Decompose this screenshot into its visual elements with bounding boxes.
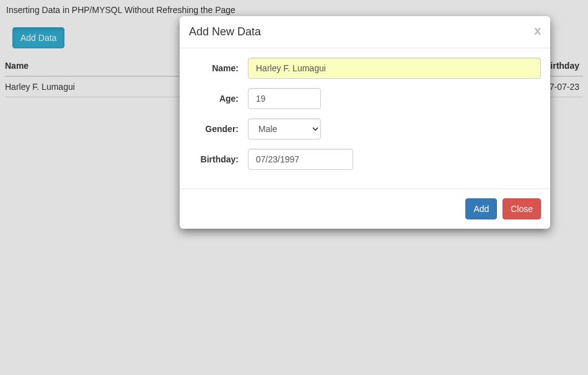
label-name: Name:: [189, 63, 248, 73]
close-icon[interactable]: x: [534, 24, 541, 38]
add-button[interactable]: Add: [465, 198, 497, 219]
label-age: Age:: [189, 94, 248, 104]
birthday-input[interactable]: [248, 149, 353, 170]
modal-footer: Add Close: [180, 188, 550, 229]
label-gender: Gender:: [189, 124, 248, 134]
modal-header: Add New Data x: [180, 16, 550, 48]
label-birthday: Birthday:: [189, 154, 248, 164]
form-row-gender: Gender: Male: [189, 118, 541, 139]
name-input[interactable]: [248, 58, 541, 79]
form-row-name: Name:: [189, 58, 541, 79]
modal-title: Add New Data: [189, 25, 261, 38]
close-button[interactable]: Close: [502, 198, 541, 219]
gender-select[interactable]: Male: [248, 118, 321, 139]
form-row-age: Age:: [189, 88, 541, 109]
age-input[interactable]: [248, 88, 321, 109]
modal-body: Name: Age: Gender: Male Birthday:: [180, 48, 550, 188]
form-row-birthday: Birthday:: [189, 149, 541, 170]
add-data-modal: Add New Data x Name: Age: Gender: Male B…: [180, 16, 550, 229]
